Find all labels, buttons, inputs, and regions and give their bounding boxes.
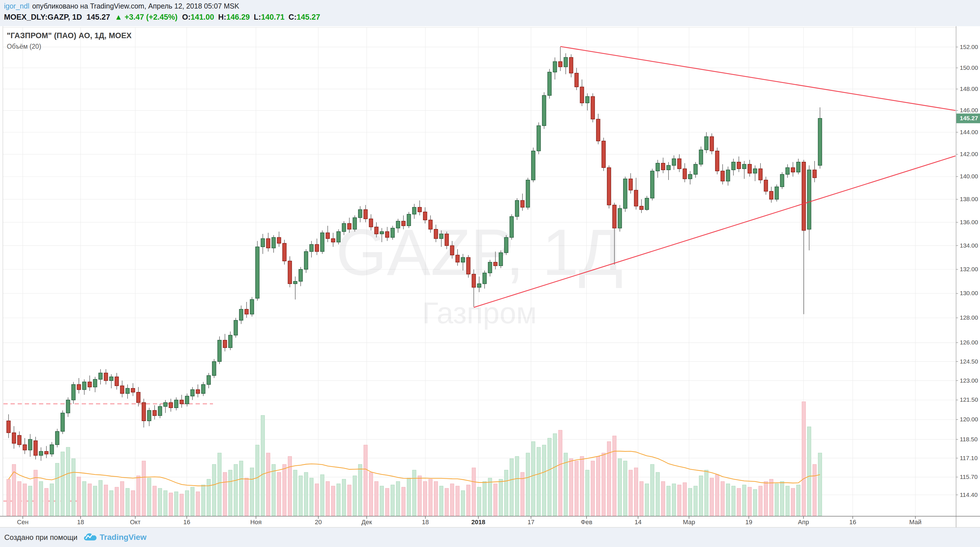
svg-text:Дек: Дек [361,518,372,526]
svg-text:136.00: 136.00 [960,219,978,225]
svg-text:117.10: 117.10 [960,455,978,461]
svg-text:150.00: 150.00 [960,64,978,71]
top-bar: igor_ndlопубликовано на TradingView.com,… [0,0,980,26]
tradingview-logo-icon[interactable] [84,533,97,542]
svg-text:124.50: 124.50 [960,358,978,365]
svg-text:115.70: 115.70 [960,474,978,480]
svg-text:17: 17 [528,518,535,526]
svg-text:Окт: Окт [130,518,140,526]
svg-text:2018: 2018 [471,518,485,526]
legend-volume-indicator[interactable]: Объём (20) [7,43,132,50]
svg-text:16: 16 [183,518,190,526]
svg-text:146.00: 146.00 [960,107,978,113]
svg-text:148.00: 148.00 [960,86,978,92]
author-link[interactable]: igor_ndl [4,2,29,10]
created-with-text: Создано при помощи [4,533,78,542]
svg-text:Газпром: Газпром [422,296,537,330]
symbol-ohlc-bar: MOEX_DLY:GAZP, 1D 145.27 ▲ +3.47 (+2.45%… [4,13,324,22]
svg-text:18: 18 [422,518,429,526]
chart-legend: "ГАЗПРОМ" (ПАО) АО, 1Д, MOEX Объём (20) [7,31,132,50]
svg-text:126.00: 126.00 [960,339,978,346]
published-text: опубликовано на TradingView.com, Апрель … [32,2,239,10]
svg-text:118.50: 118.50 [960,436,978,442]
svg-text:Мар: Мар [683,518,695,526]
low-label: L: [254,13,261,22]
svg-text:GAZP, 1Д: GAZP, 1Д [336,216,623,289]
svg-text:14: 14 [635,518,641,526]
price-change: +3.47 (+2.45%) [124,13,177,22]
svg-text:123.00: 123.00 [960,377,978,384]
svg-text:138.00: 138.00 [960,196,978,202]
chart-canvas[interactable]: GAZP, 1ДГазпром152.00150.00148.00146.001… [0,0,980,547]
last-price: 145.27 [87,13,110,22]
svg-text:144.00: 144.00 [960,129,978,136]
svg-text:16: 16 [849,518,856,526]
close-value: 145.27 [297,13,320,22]
low-value: 140.71 [261,13,285,22]
svg-text:Фев: Фев [581,518,592,526]
svg-text:140.00: 140.00 [960,173,978,180]
svg-text:130.00: 130.00 [960,290,978,296]
svg-text:134.00: 134.00 [960,242,978,249]
close-label: C: [288,13,297,22]
svg-text:114.40: 114.40 [960,491,978,498]
publish-line: igor_ndlопубликовано на TradingView.com,… [4,2,239,10]
up-arrow-icon: ▲ [115,13,123,22]
open-value: 141.00 [191,13,215,22]
svg-text:121.50: 121.50 [960,396,978,403]
high-value: 146.29 [226,13,250,22]
svg-text:20: 20 [315,518,322,526]
svg-text:Апр: Апр [798,518,809,526]
svg-text:120.00: 120.00 [960,416,978,423]
last-price-label: 145.27 [956,114,980,123]
svg-text:142.00: 142.00 [960,151,978,157]
svg-text:152.00: 152.00 [960,44,978,50]
svg-text:Май: Май [909,518,921,526]
high-label: H: [218,13,226,22]
svg-text:128.00: 128.00 [960,314,978,321]
symbol-name: MOEX_DLY:GAZP, 1D [4,13,82,22]
svg-text:145.27: 145.27 [960,115,978,121]
legend-symbol-title[interactable]: "ГАЗПРОМ" (ПАО) АО, 1Д, MOEX [7,31,132,40]
footer-bar: Создано при помощи TradingView [0,528,980,547]
svg-text:132.00: 132.00 [960,266,978,273]
svg-text:Ноя: Ноя [250,518,262,526]
svg-text:18: 18 [77,518,84,526]
open-label: O: [182,13,191,22]
svg-text:19: 19 [745,518,752,526]
svg-text:Сен: Сен [17,518,29,526]
tradingview-brand-link[interactable]: TradingView [100,533,146,542]
